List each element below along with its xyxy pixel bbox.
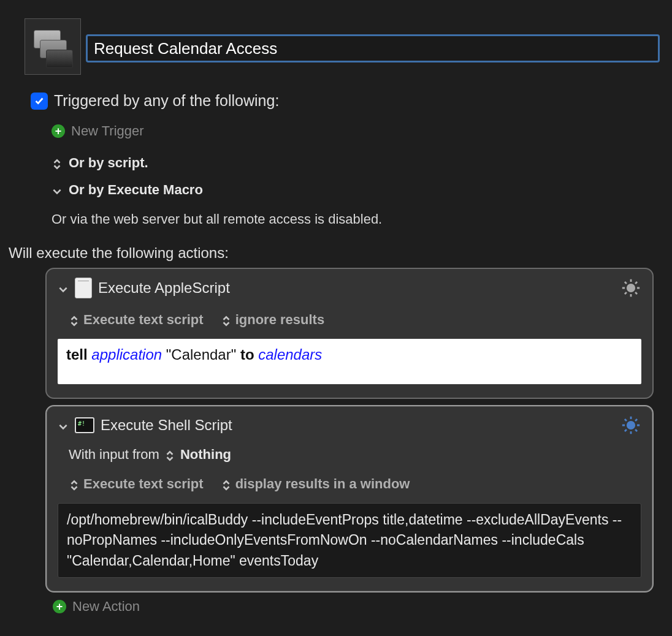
action-title: Execute AppleScript	[98, 279, 614, 297]
macro-icon[interactable]	[25, 18, 81, 75]
chevron-down-icon[interactable]	[58, 420, 69, 431]
input-from-label: With input from	[69, 447, 159, 463]
trigger-by-script[interactable]: Or by script.	[69, 155, 148, 171]
svg-point-1	[627, 422, 634, 428]
plus-icon: +	[53, 600, 66, 613]
svg-point-0	[627, 284, 634, 291]
updown-icon	[221, 479, 232, 490]
execute-mode-select[interactable]: Execute text script	[69, 476, 204, 492]
new-trigger-button[interactable]: New Trigger	[71, 123, 144, 139]
updown-icon	[221, 314, 232, 325]
updown-icon	[69, 479, 80, 490]
updown-icon	[164, 449, 175, 460]
shell-script-editor[interactable]: /opt/homebrew/bin/icalBuddy --includeEve…	[58, 503, 641, 578]
action-title: Execute Shell Script	[101, 417, 614, 434]
macro-title-input[interactable]	[86, 34, 660, 62]
chevron-down-icon[interactable]	[52, 184, 63, 195]
result-mode-select[interactable]: ignore results	[221, 312, 324, 328]
execute-mode-select[interactable]: Execute text script	[69, 312, 204, 328]
updown-icon[interactable]	[52, 157, 63, 168]
action-execute-applescript[interactable]: Execute AppleScript Execute text script …	[45, 268, 654, 399]
actions-header: Will execute the following actions:	[6, 244, 660, 262]
gear-icon[interactable]	[620, 278, 641, 298]
applescript-file-icon	[75, 278, 92, 298]
result-mode-select[interactable]: display results in a window	[221, 476, 410, 492]
input-from-select[interactable]: Nothing	[180, 447, 231, 463]
new-action-button[interactable]: New Action	[72, 599, 140, 615]
plus-icon: +	[52, 124, 65, 138]
gear-icon[interactable]	[620, 415, 641, 436]
updown-icon	[69, 314, 80, 325]
terminal-icon: #!	[75, 417, 94, 433]
action-execute-shell-script[interactable]: #! Execute Shell Script With input from …	[45, 405, 654, 592]
chevron-down-icon[interactable]	[58, 282, 69, 293]
trigger-by-execute-macro[interactable]: Or by Execute Macro	[69, 182, 203, 198]
triggers-enabled-checkbox[interactable]	[31, 93, 48, 110]
web-server-note: Or via the web server but all remote acc…	[52, 211, 382, 227]
triggers-label: Triggered by any of the following:	[54, 92, 279, 110]
applescript-editor[interactable]: tell application "Calendar" to calendars	[58, 339, 641, 384]
